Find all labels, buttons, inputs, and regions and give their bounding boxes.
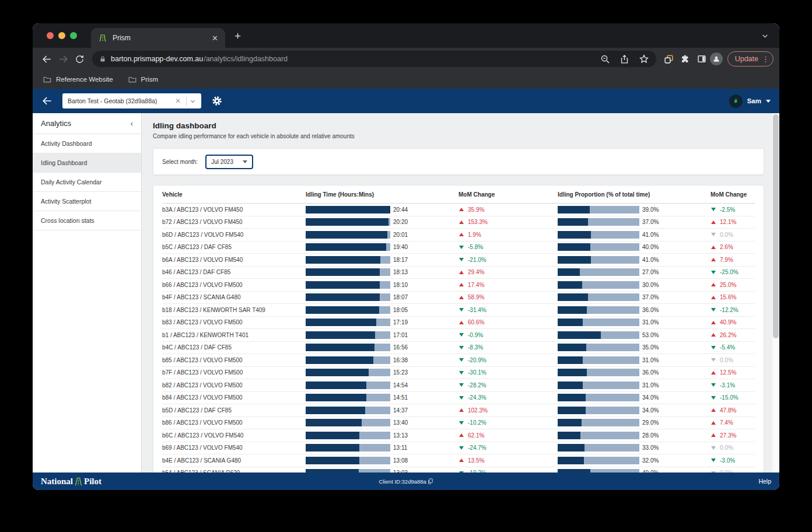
idling-time-bar-fill bbox=[306, 218, 388, 226]
sidebar-item-idling-dashboard[interactable]: Idling Dashboard bbox=[33, 153, 141, 173]
mom-change-proportion-value: 27.3% bbox=[720, 432, 736, 439]
mom-down-triangle-icon bbox=[459, 371, 464, 374]
idling-time-value: 20:01 bbox=[390, 232, 459, 238]
month-select-dropdown[interactable]: Jul 2023 bbox=[205, 155, 253, 169]
mom-down-triangle-icon bbox=[711, 358, 716, 362]
idling-proportion-value: 33.0% bbox=[639, 444, 710, 451]
idling-time-bar bbox=[306, 206, 390, 214]
mom-change-time-value: 29.4% bbox=[468, 269, 484, 275]
idling-time-bar bbox=[306, 444, 390, 452]
mom-change-time-value: -10.2% bbox=[468, 419, 487, 426]
mom-change-proportion: 40.9% bbox=[710, 319, 755, 326]
bookmark-folder-reference-website[interactable]: Reference Website bbox=[43, 76, 113, 83]
sidebar-item-label: Daily Activity Calendar bbox=[41, 178, 102, 186]
sidebar-item-cross-location-stats[interactable]: Cross location stats bbox=[33, 211, 141, 230]
idling-time-value: 18:17 bbox=[390, 257, 459, 263]
mom-change-time: -21.0% bbox=[459, 257, 558, 263]
minimize-window-button[interactable] bbox=[58, 32, 65, 39]
side-panel-icon[interactable] bbox=[694, 51, 710, 67]
idling-time-bar-cell bbox=[306, 243, 390, 251]
idling-time-bar-cell bbox=[306, 444, 390, 452]
close-window-button[interactable] bbox=[47, 32, 54, 39]
selector-divider bbox=[186, 96, 187, 106]
idling-proportion-bar-fill bbox=[558, 256, 591, 264]
table-row: b54 / ABC123 / SCANIA R62013:03-19.2%40.… bbox=[162, 467, 755, 473]
vehicle-label: b66 / ABC123 / VOLVO FM500 bbox=[162, 282, 306, 288]
browser-profile-avatar[interactable] bbox=[710, 52, 723, 65]
idling-time-bar-fill bbox=[306, 419, 362, 426]
idling-proportion-value: 31.0% bbox=[639, 382, 710, 388]
idling-time-value: 14:37 bbox=[390, 407, 459, 414]
idling-proportion-value: 31.0% bbox=[639, 319, 710, 326]
idling-proportion-bar bbox=[558, 206, 639, 214]
idling-proportion-bar bbox=[558, 407, 639, 414]
idling-proportion-bar-fill bbox=[558, 243, 590, 251]
idling-time-bar-fill bbox=[306, 256, 380, 264]
mom-change-time-value: -21.0% bbox=[468, 257, 487, 263]
mom-change-time-value: 1.9% bbox=[468, 232, 481, 238]
idling-time-bar-cell bbox=[306, 369, 390, 376]
idling-time-bar bbox=[306, 394, 390, 401]
idling-time-bar-cell bbox=[306, 457, 390, 464]
mom-down-triangle-icon bbox=[459, 396, 464, 400]
idling-proportion-value: 32.0% bbox=[639, 457, 710, 464]
settings-gear-icon[interactable] bbox=[212, 96, 222, 106]
new-tab-button[interactable]: + bbox=[235, 30, 241, 43]
app-back-arrow-icon[interactable] bbox=[41, 95, 53, 107]
sidebar-item-daily-activity-calendar[interactable]: Daily Activity Calendar bbox=[33, 173, 141, 192]
extensions-puzzle-icon[interactable] bbox=[677, 51, 694, 67]
idling-proportion-bar-fill bbox=[558, 419, 582, 426]
col-header-vehicle: Vehicle bbox=[162, 191, 306, 198]
client-selector[interactable]: Barton Test - Geotab (32d9a88a) ✕ bbox=[62, 93, 201, 108]
help-link[interactable]: Help bbox=[758, 478, 771, 485]
forward-icon[interactable] bbox=[55, 51, 71, 67]
scrollbar-thumb[interactable] bbox=[773, 114, 779, 338]
zoom-icon[interactable] bbox=[600, 54, 610, 64]
sidebar-header: Analytics ‹ bbox=[33, 113, 141, 134]
mom-change-proportion-value: 26.2% bbox=[720, 332, 736, 338]
user-menu[interactable]: Sam bbox=[729, 94, 771, 108]
mom-change-proportion-value: 2.6% bbox=[720, 244, 733, 250]
tab-share-icon[interactable] bbox=[661, 51, 677, 67]
url-bar[interactable]: barton.prismapp-dev.com.au /analytics/id… bbox=[92, 51, 656, 67]
table-row: b6D / ABC123 / VOLVO FM54020:011.9%41.0%… bbox=[162, 229, 755, 242]
idling-proportion-value: 36.0% bbox=[639, 307, 710, 313]
chrome-update-button[interactable]: Update ⋮ bbox=[727, 51, 774, 66]
mom-down-triangle-icon bbox=[711, 396, 716, 400]
idling-proportion-bar-fill bbox=[558, 394, 586, 401]
idling-time-value: 19:40 bbox=[390, 244, 459, 250]
idling-time-value: 18:13 bbox=[390, 269, 459, 275]
sidebar-collapse-icon[interactable]: ‹ bbox=[131, 119, 133, 128]
sidebar-item-activity-scatterplot[interactable]: Activity Scatterplot bbox=[33, 192, 141, 211]
sidebar-item-activity-dashboard[interactable]: Activity Dashboard bbox=[33, 134, 141, 153]
idling-proportion-value: 35.0% bbox=[639, 344, 710, 351]
back-icon[interactable] bbox=[38, 51, 55, 67]
share-icon[interactable] bbox=[620, 54, 629, 64]
idling-time-value: 16:38 bbox=[390, 357, 459, 363]
tab-title: Prism bbox=[113, 34, 131, 42]
mom-change-time-value: 62.1% bbox=[468, 432, 484, 439]
table-row: b4C / ABC123 / DAF CF8516:56-8.3%35.0%-5… bbox=[162, 342, 755, 355]
reload-icon[interactable] bbox=[71, 51, 88, 67]
idling-proportion-bar-fill bbox=[558, 444, 584, 452]
col-header-idling-time: Idling Time (Hours:Mins) bbox=[306, 191, 459, 198]
tab-search-chevron-icon[interactable] bbox=[761, 32, 769, 40]
browser-menu-icon[interactable]: ⋮ bbox=[762, 55, 769, 64]
month-select-value: Jul 2023 bbox=[211, 159, 233, 165]
mom-change-proportion: 15.6% bbox=[710, 294, 755, 300]
mom-up-triangle-icon bbox=[711, 408, 716, 412]
idling-time-bar-fill bbox=[306, 369, 369, 376]
maximize-window-button[interactable] bbox=[70, 32, 77, 39]
bookmark-star-icon[interactable] bbox=[639, 54, 649, 64]
selector-chevron-down-icon[interactable] bbox=[190, 98, 196, 104]
bookmark-folder-prism[interactable]: Prism bbox=[128, 76, 158, 83]
idling-proportion-value: 41.0% bbox=[639, 232, 710, 238]
idling-time-bar-cell bbox=[306, 432, 390, 439]
copy-icon[interactable] bbox=[428, 478, 433, 484]
browser-tab[interactable]: Prism ✕ bbox=[91, 28, 225, 48]
mom-change-time: -24.3% bbox=[459, 394, 558, 401]
clear-selection-icon[interactable]: ✕ bbox=[175, 97, 181, 105]
idling-proportion-bar-cell bbox=[558, 306, 639, 314]
mom-up-triangle-icon bbox=[711, 296, 716, 299]
tab-close-icon[interactable]: ✕ bbox=[212, 34, 218, 42]
